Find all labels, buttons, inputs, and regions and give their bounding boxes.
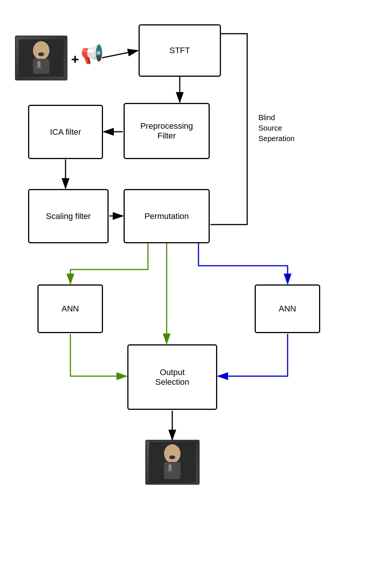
svg-rect-20	[167, 470, 173, 472]
stft-box: STFT	[139, 24, 221, 77]
permutation-box: Permutation	[124, 189, 210, 243]
video-frame	[16, 37, 66, 79]
svg-point-17	[164, 444, 181, 463]
input-video-thumbnail	[15, 36, 67, 80]
blind-source-label: BlindSourceSeperation	[258, 112, 295, 144]
svg-point-11	[33, 41, 49, 60]
preprocessing-box: Preprocessing Filter	[124, 103, 210, 159]
output-video-thumbnail	[145, 440, 200, 485]
plus-operator: +	[71, 52, 79, 67]
svg-rect-12	[33, 59, 49, 74]
scaling-box: Scaling filter	[28, 189, 109, 243]
svg-point-21	[169, 456, 175, 459]
permutation-label: Permutation	[145, 211, 189, 221]
ica-box: ICA filter	[28, 105, 103, 159]
diagram: + 📢 STFT Preprocessing Filter ICA filter…	[0, 0, 370, 588]
stft-label: STFT	[170, 46, 190, 55]
ann-left-box: ANN	[37, 284, 103, 333]
ann-left-label: ANN	[61, 304, 79, 314]
scaling-label: Scaling filter	[46, 211, 91, 221]
output-selection-label: Output Selection	[155, 368, 189, 387]
speaker-icon: 📢	[81, 43, 104, 65]
ann-right-box: ANN	[255, 284, 320, 333]
ica-label: ICA filter	[50, 127, 81, 137]
output-selection-box: Output Selection	[127, 344, 217, 410]
svg-rect-14	[36, 67, 42, 68]
ann-right-label: ANN	[279, 304, 296, 314]
svg-point-15	[38, 52, 44, 56]
output-video-frame	[146, 441, 198, 484]
preprocessing-label: Preprocessing Filter	[140, 121, 193, 141]
svg-line-0	[101, 51, 138, 58]
